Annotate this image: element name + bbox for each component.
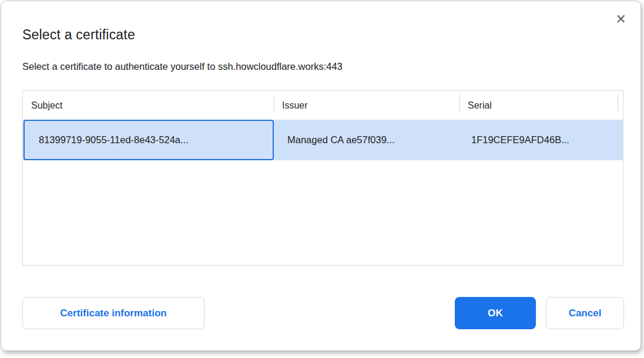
cell-subject[interactable]: 81399719-9055-11ed-8e43-524a... — [24, 120, 274, 160]
ok-button[interactable]: OK — [455, 297, 536, 329]
column-header-subject: Subject — [23, 91, 274, 120]
column-header-serial: Serial — [459, 91, 623, 120]
column-divider — [618, 94, 618, 112]
cancel-button[interactable]: Cancel — [546, 297, 624, 329]
close-icon[interactable]: ✕ — [616, 13, 626, 26]
certificate-information-button[interactable]: Certificate information — [22, 297, 204, 329]
column-header-issuer: Issuer — [274, 91, 459, 120]
dialog-title: Select a certificate — [22, 27, 135, 43]
certificate-select-dialog: ✕ Select a certificate Select a certific… — [1, 1, 641, 351]
certificate-table: Subject Issuer Serial 81399719-9055-11ed… — [22, 90, 623, 266]
cell-issuer[interactable]: Managed CA ae57f039... — [274, 120, 459, 160]
table-header-row: Subject Issuer Serial — [23, 91, 623, 120]
dialog-subtitle: Select a certificate to authenticate you… — [22, 61, 343, 72]
cell-serial[interactable]: 1F19CEFE9AFD46B... — [459, 120, 623, 160]
certificate-row-selected[interactable]: 81399719-9055-11ed-8e43-524a... Managed … — [23, 120, 623, 160]
